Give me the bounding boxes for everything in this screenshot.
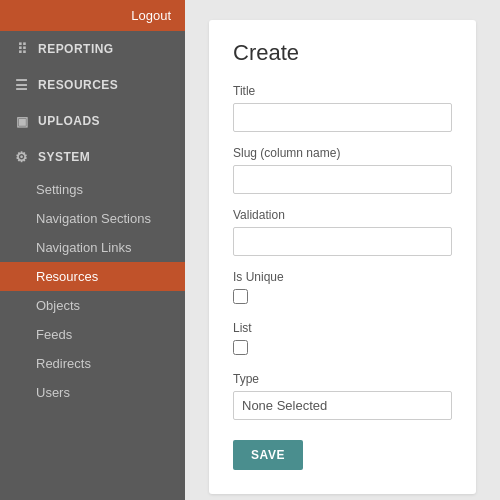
is-unique-checkbox[interactable] xyxy=(233,289,248,304)
sidebar-item-feeds[interactable]: Feeds xyxy=(0,320,185,349)
sidebar-item-objects[interactable]: Objects xyxy=(0,291,185,320)
sidebar-item-resources-child[interactable]: Resources xyxy=(0,262,185,291)
type-select[interactable]: None Selected xyxy=(233,391,452,420)
sidebar-item-redirects[interactable]: Redirects xyxy=(0,349,185,378)
logout-button[interactable]: Logout xyxy=(0,0,185,31)
gear-icon xyxy=(14,149,30,165)
sidebar-item-uploads-label: UPLOADS xyxy=(38,114,100,128)
create-form-card: Create Title Slug (column name) Validati… xyxy=(209,20,476,494)
slug-label: Slug (column name) xyxy=(233,146,452,160)
list-label: List xyxy=(233,321,452,335)
dots-icon xyxy=(14,41,30,57)
list-checkbox[interactable] xyxy=(233,340,248,355)
sidebar-item-resources-label: RESOURCES xyxy=(38,78,118,92)
page-title: Create xyxy=(233,40,452,66)
sidebar-item-settings[interactable]: Settings xyxy=(0,175,185,204)
slug-input[interactable] xyxy=(233,165,452,194)
main-content: Create Title Slug (column name) Validati… xyxy=(185,0,500,500)
is-unique-label: Is Unique xyxy=(233,270,452,284)
validation-input[interactable] xyxy=(233,227,452,256)
list-field-group: List xyxy=(233,321,452,358)
title-input[interactable] xyxy=(233,103,452,132)
sidebar-item-navigation-sections[interactable]: Navigation Sections xyxy=(0,204,185,233)
title-label: Title xyxy=(233,84,452,98)
sidebar: Logout REPORTING RESOURCES UPLOADS SYSTE… xyxy=(0,0,185,500)
type-field-group: Type None Selected xyxy=(233,372,452,420)
sidebar-item-reporting-label: REPORTING xyxy=(38,42,114,56)
title-field-group: Title xyxy=(233,84,452,132)
is-unique-field-group: Is Unique xyxy=(233,270,452,307)
list-icon xyxy=(14,77,30,93)
sidebar-item-reporting[interactable]: REPORTING xyxy=(0,31,185,67)
sidebar-item-system[interactable]: SYSTEM xyxy=(0,139,185,175)
type-label: Type xyxy=(233,372,452,386)
validation-field-group: Validation xyxy=(233,208,452,256)
sidebar-item-users[interactable]: Users xyxy=(0,378,185,407)
sidebar-item-system-label: SYSTEM xyxy=(38,150,90,164)
validation-label: Validation xyxy=(233,208,452,222)
sidebar-item-uploads[interactable]: UPLOADS xyxy=(0,103,185,139)
sidebar-item-navigation-links[interactable]: Navigation Links xyxy=(0,233,185,262)
image-icon xyxy=(14,113,30,129)
sidebar-item-resources[interactable]: RESOURCES xyxy=(0,67,185,103)
save-button[interactable]: SAVE xyxy=(233,440,303,470)
slug-field-group: Slug (column name) xyxy=(233,146,452,194)
